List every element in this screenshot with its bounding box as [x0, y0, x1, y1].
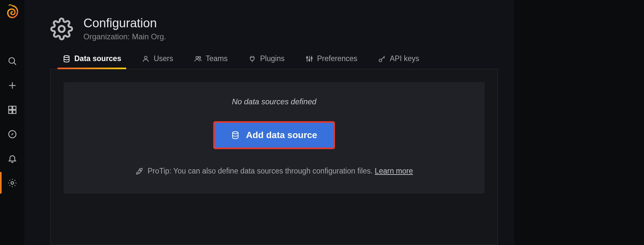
protip-learn-more-link[interactable]: Learn more	[375, 167, 413, 175]
sidebar-item-create[interactable]	[0, 73, 24, 97]
svg-rect-7	[13, 110, 16, 113]
page-subtitle: Organization: Main Org.	[83, 32, 166, 41]
svg-point-26	[232, 132, 238, 134]
users-icon	[194, 55, 202, 63]
content-panel-wrap: No data sources defined Add data source	[50, 69, 498, 245]
tabs: Data sources Users Teams	[50, 54, 498, 69]
svg-point-20	[306, 57, 308, 58]
tab-preferences[interactable]: Preferences	[304, 54, 359, 69]
tab-users[interactable]: Users	[141, 54, 174, 69]
sidebar	[0, 0, 24, 245]
svg-point-15	[199, 57, 201, 58]
svg-point-0	[9, 58, 15, 63]
svg-point-27	[140, 170, 141, 171]
protip: ProTip: You can also define data sources…	[135, 167, 413, 175]
empty-state-message: No data sources defined	[232, 97, 316, 106]
page-title: Configuration	[83, 16, 166, 30]
tab-label: API keys	[390, 54, 419, 63]
svg-point-22	[311, 58, 312, 59]
plus-icon	[7, 81, 17, 90]
bell-icon	[7, 154, 17, 163]
rocket-icon	[135, 167, 143, 175]
button-label: Add data source	[246, 130, 317, 140]
right-empty-area	[514, 0, 644, 245]
tab-label: Teams	[206, 54, 228, 63]
compass-icon	[7, 129, 17, 139]
svg-rect-4	[8, 106, 12, 109]
svg-marker-9	[11, 133, 14, 135]
grafana-logo[interactable]	[5, 4, 20, 19]
sidebar-item-dashboards[interactable]	[0, 97, 24, 122]
tab-label: Data sources	[74, 54, 121, 63]
sidebar-item-explore[interactable]	[0, 122, 24, 146]
key-icon	[378, 55, 386, 63]
main-content: Configuration Organization: Main Org. Da…	[24, 0, 514, 245]
content-panel: No data sources defined Add data source	[64, 82, 485, 194]
dashboards-icon	[7, 105, 17, 115]
database-icon	[63, 55, 70, 63]
svg-rect-6	[8, 110, 12, 113]
search-icon	[7, 56, 17, 66]
add-data-source-button[interactable]: Add data source	[213, 121, 335, 149]
svg-point-21	[309, 59, 310, 61]
svg-point-12	[64, 56, 69, 58]
svg-line-25	[384, 57, 385, 58]
tab-plugins[interactable]: Plugins	[247, 54, 286, 69]
svg-line-1	[14, 62, 16, 65]
svg-point-14	[196, 56, 198, 58]
tab-data-sources[interactable]: Data sources	[61, 54, 122, 69]
page-header: Configuration Organization: Main Org.	[50, 16, 498, 41]
database-icon	[231, 131, 240, 139]
svg-point-10	[11, 182, 14, 184]
tab-api-keys[interactable]: API keys	[377, 54, 421, 69]
tab-label: Plugins	[260, 54, 284, 63]
svg-point-13	[144, 56, 147, 59]
sidebar-item-search[interactable]	[0, 49, 24, 73]
tab-label: Users	[154, 54, 173, 63]
sliders-icon	[305, 55, 313, 63]
gear-icon	[50, 18, 73, 40]
gear-icon	[7, 178, 17, 188]
svg-rect-5	[13, 106, 16, 109]
svg-point-23	[379, 59, 382, 62]
sidebar-item-alerting[interactable]	[0, 146, 24, 171]
tab-label: Preferences	[317, 54, 357, 63]
tab-teams[interactable]: Teams	[193, 54, 229, 69]
user-icon	[142, 55, 150, 63]
svg-point-11	[59, 26, 65, 32]
protip-text: ProTip: You can also define data sources…	[148, 167, 375, 175]
plug-icon	[248, 55, 256, 63]
sidebar-item-configuration[interactable]	[0, 171, 24, 195]
